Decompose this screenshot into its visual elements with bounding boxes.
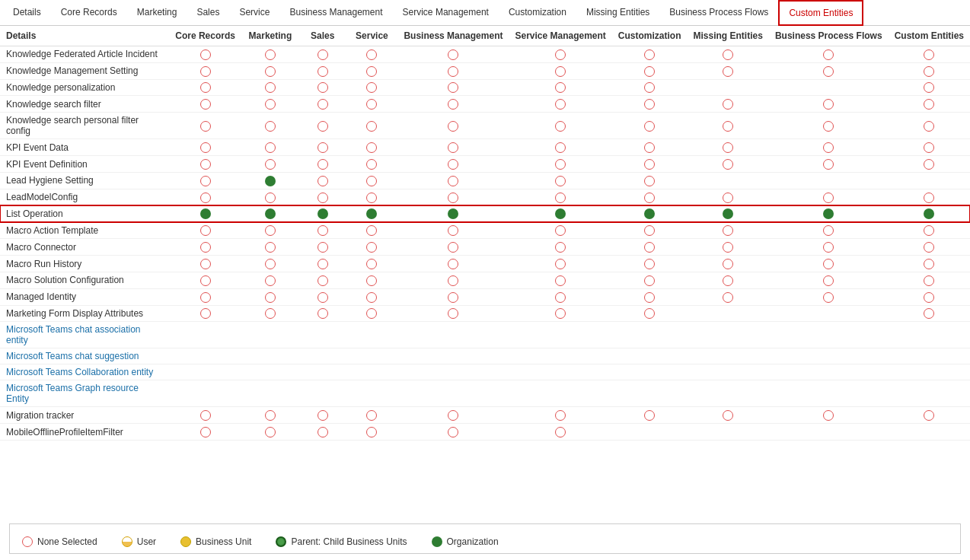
circle-green <box>644 208 655 219</box>
cell-12-7 <box>688 256 769 272</box>
tab-service-mgmt[interactable]: Service Management <box>393 0 499 26</box>
row-name-5: KPI Event Data <box>0 139 169 156</box>
circle-empty <box>265 159 276 170</box>
tab-details[interactable]: Details <box>3 0 51 26</box>
circle-empty <box>366 121 377 132</box>
circle-empty <box>555 176 566 186</box>
cell-18-5 <box>509 364 611 380</box>
col-header-core-records: Core Records <box>169 26 241 46</box>
circle-empty <box>644 275 655 286</box>
circle-empty <box>317 192 328 203</box>
row-name-18[interactable]: Microsoft Teams Collaboration entity <box>0 364 169 380</box>
key-item-org: Organization <box>432 536 499 547</box>
circle-empty <box>265 49 276 60</box>
cell-19-2 <box>299 380 346 407</box>
circle-green <box>823 208 834 219</box>
circle-empty <box>823 121 834 132</box>
cell-15-8 <box>769 305 889 322</box>
circle-empty <box>265 427 276 438</box>
circle-empty <box>924 259 934 269</box>
circle-empty <box>317 225 328 236</box>
tab-sales[interactable]: Sales <box>187 0 229 26</box>
row-name-11: Macro Connector <box>0 239 169 256</box>
cell-18-6 <box>612 364 688 380</box>
tab-business-mgmt[interactable]: Business Management <box>279 0 392 26</box>
tab-marketing[interactable]: Marketing <box>127 0 187 26</box>
row-name-15: Marketing Form Display Attributes <box>0 305 169 322</box>
tabs-row: DetailsCore RecordsMarketingSalesService… <box>0 0 970 26</box>
row-name-7: Lead Hygiene Setting <box>0 172 169 189</box>
table-row[interactable]: Managed Identity <box>0 288 970 305</box>
tab-business-process-flows[interactable]: Business Process Flows <box>659 0 778 26</box>
circle-empty <box>555 142 566 153</box>
table-row[interactable]: Microsoft Teams chat suggestion <box>0 348 970 364</box>
table-row[interactable]: Knowledge Management Setting <box>0 62 970 79</box>
table-row[interactable]: Knowledge Federated Article Incident <box>0 46 970 63</box>
cell-21-4 <box>397 424 509 441</box>
cell-7-5 <box>509 172 611 189</box>
row-name-19[interactable]: Microsoft Teams Graph resource Entity <box>0 380 169 407</box>
table-row[interactable]: LeadModelConfig <box>0 189 970 205</box>
cell-13-8 <box>769 272 889 288</box>
table-row[interactable]: Macro Run History <box>0 256 970 272</box>
cell-7-0 <box>169 172 241 189</box>
cell-7-2 <box>299 172 346 189</box>
table-row[interactable]: Knowledge personalization <box>0 79 970 96</box>
cell-4-9 <box>889 113 970 139</box>
circle-empty <box>448 242 458 253</box>
table-row[interactable]: Knowledge search filter <box>0 96 970 113</box>
circle-empty <box>723 292 733 303</box>
cell-8-8 <box>769 189 889 205</box>
tab-missing-entities[interactable]: Missing Entities <box>576 0 659 26</box>
circle-empty <box>265 225 276 236</box>
cell-15-6 <box>612 305 688 322</box>
circle-empty <box>823 259 834 269</box>
cell-3-7 <box>688 96 769 113</box>
table-row[interactable]: Lead Hygiene Setting <box>0 172 970 189</box>
tab-service[interactable]: Service <box>229 0 279 26</box>
cell-13-7 <box>688 272 769 288</box>
circle-empty <box>644 308 655 319</box>
cell-14-9 <box>889 288 970 305</box>
table-row[interactable]: Microsoft Teams chat association entity <box>0 322 970 348</box>
row-name-17[interactable]: Microsoft Teams chat suggestion <box>0 348 169 364</box>
cell-18-8 <box>769 364 889 380</box>
table-row[interactable]: Marketing Form Display Attributes <box>0 305 970 322</box>
row-name-16[interactable]: Microsoft Teams chat association entity <box>0 322 169 348</box>
circle-empty <box>644 292 655 303</box>
tab-custom-entities[interactable]: Custom Entities <box>778 0 863 26</box>
table-wrapper[interactable]: DetailsCore RecordsMarketingSalesService… <box>0 26 970 517</box>
circle-empty <box>555 427 566 438</box>
table-row[interactable]: List Operation <box>0 205 970 222</box>
circle-empty <box>823 292 834 303</box>
tab-core-records[interactable]: Core Records <box>51 0 127 26</box>
circle-empty <box>200 192 211 203</box>
legend-circle-parent <box>276 536 286 547</box>
cell-17-2 <box>299 348 346 364</box>
table-row[interactable]: Microsoft Teams Graph resource Entity <box>0 380 970 407</box>
cell-5-8 <box>769 139 889 156</box>
table-row[interactable]: Microsoft Teams Collaboration entity <box>0 364 970 380</box>
table-row[interactable]: Macro Solution Configuration <box>0 272 970 288</box>
table-row[interactable]: KPI Event Definition <box>0 156 970 173</box>
cell-8-0 <box>169 189 241 205</box>
table-row[interactable]: Knowledge search personal filter config <box>0 113 970 139</box>
cell-3-1 <box>241 96 299 113</box>
circle-empty <box>317 142 328 153</box>
table-row[interactable]: KPI Event Data <box>0 139 970 156</box>
table-row[interactable]: Macro Connector <box>0 239 970 256</box>
table-row[interactable]: MobileOfflineProfileItemFilter <box>0 424 970 441</box>
circle-empty <box>366 99 377 110</box>
cell-4-1 <box>241 113 299 139</box>
circle-empty <box>265 242 276 253</box>
table-row[interactable]: Migration tracker <box>0 407 970 424</box>
circle-empty <box>448 99 458 110</box>
cell-12-5 <box>509 256 611 272</box>
cell-8-5 <box>509 189 611 205</box>
tab-customization[interactable]: Customization <box>499 0 576 26</box>
table-row[interactable]: Macro Action Template <box>0 222 970 239</box>
legend-circle-user <box>122 536 132 547</box>
circle-empty <box>644 242 655 253</box>
cell-14-5 <box>509 288 611 305</box>
cell-16-6 <box>612 322 688 348</box>
